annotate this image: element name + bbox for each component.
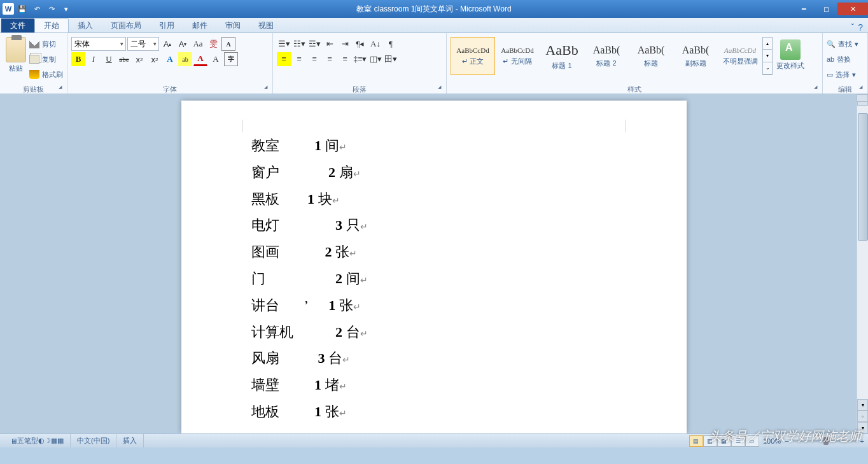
tab-home[interactable]: 开始 [34, 18, 69, 32]
minimize-ribbon-button[interactable]: ˇ [851, 22, 855, 32]
scroll-down-button[interactable]: ▾ [857, 399, 868, 411]
qat-redo-button[interactable]: ↷ [45, 3, 58, 15]
group-paragraph: ☰▾ ☷▾ ☲▾ ⇤ ⇥ ¶◂ A↓ ¶ ≡ ≡ ≡ ≡ ≡ ‡≡▾ ◫▾ 田▾… [273, 33, 447, 94]
font-size-combo[interactable]: 二号 [127, 37, 159, 51]
multilevel-button[interactable]: ☲▾ [307, 37, 321, 51]
align-right-button[interactable]: ≡ [307, 52, 321, 66]
document-line[interactable]: 风扇 3 台↵ [251, 345, 617, 372]
style-1[interactable]: AaBbCcDd↵ 无间隔 [495, 37, 540, 75]
clear-format-button[interactable]: 雯 [206, 37, 220, 51]
strike-button[interactable]: abe [117, 52, 131, 66]
char-shading-button[interactable]: A [209, 52, 223, 66]
tab-references[interactable]: 引用 [150, 18, 183, 32]
style-4[interactable]: AaBb(标题 [629, 37, 673, 75]
document-line[interactable]: 窗户 2 扇↵ [251, 159, 617, 186]
document-line[interactable]: 黑板 1 块↵ [251, 186, 617, 213]
split-handle[interactable] [857, 94, 868, 102]
numbering-button[interactable]: ☷▾ [292, 37, 306, 51]
decrease-indent-button[interactable]: ⇤ [323, 37, 337, 51]
document-line[interactable]: 图画 2 张↵ [251, 239, 617, 265]
word-icon[interactable]: W [3, 3, 14, 15]
file-tab[interactable]: 文件 [1, 18, 34, 32]
group-font: 宋体 二号 A▴ A▾ Aa 雯 A B I U abe x2 x2 A ab … [67, 33, 273, 94]
superscript-button[interactable]: x2 [148, 52, 162, 66]
increase-indent-button[interactable]: ⇥ [338, 37, 352, 51]
qat-undo-button[interactable]: ↶ [31, 3, 43, 15]
change-case-button[interactable]: Aa [191, 37, 205, 51]
tab-view[interactable]: 视图 [249, 18, 283, 32]
maximize-button[interactable]: ◻ [815, 3, 837, 15]
show-marks-button[interactable]: ¶ [384, 37, 398, 51]
change-styles-button[interactable]: 更改样式 [776, 37, 804, 83]
grow-font-button[interactable]: A▴ [160, 37, 174, 51]
replace-button[interactable]: ab替换 [827, 52, 864, 66]
underline-button[interactable]: U [102, 52, 116, 66]
document-line[interactable]: 讲台 ’ 1 张↵ [251, 292, 617, 319]
document-line[interactable]: 地板 1 张↵ [251, 398, 617, 425]
enclose-char-button[interactable]: 字 [224, 52, 238, 66]
line-spacing-button[interactable]: ‡≡▾ [353, 52, 367, 66]
shrink-font-button[interactable]: A▾ [176, 37, 190, 51]
format-painter-button[interactable]: 格式刷 [29, 67, 63, 81]
tab-mailings[interactable]: 邮件 [183, 18, 216, 32]
style-5[interactable]: AaBb(副标题 [673, 37, 718, 75]
bold-button[interactable]: B [71, 52, 85, 66]
document-line[interactable]: 电灯 3 只↵ [251, 212, 617, 239]
style-6[interactable]: AaBbCcDd不明显强调 [718, 37, 762, 75]
char-border-button[interactable]: A [221, 37, 235, 51]
text-effects-button[interactable]: A [163, 52, 177, 66]
align-center-button[interactable]: ≡ [292, 52, 306, 66]
style-0[interactable]: AaBbCcDd↵ 正文 [451, 37, 495, 75]
ribbon-help: ˇ ? [851, 22, 868, 32]
scroll-thumb[interactable] [858, 113, 868, 241]
document-line[interactable]: 墙壁 1 堵↵ [251, 372, 617, 398]
select-icon: ▭ [827, 71, 833, 79]
ltr-button[interactable]: ¶◂ [353, 37, 367, 51]
brush-label: 格式刷 [42, 70, 63, 80]
style-3[interactable]: AaBb(标题 2 [584, 37, 629, 75]
shading-button[interactable]: ◫▾ [368, 52, 382, 66]
font-name-combo[interactable]: 宋体 [71, 37, 126, 51]
select-button[interactable]: ▭选择 ▾ [827, 67, 864, 81]
cut-button[interactable]: 剪切 [29, 37, 63, 51]
group-clipboard: 粘贴 剪切 复制 格式刷 剪贴板 [0, 33, 67, 94]
minimize-button[interactable]: ━ [793, 3, 815, 15]
group-font-label: 字体 [71, 83, 269, 94]
print-layout-view-button[interactable]: ▤ [689, 435, 703, 447]
close-button[interactable]: ✕ [837, 3, 868, 15]
document-page[interactable]: 教室 1 间↵窗户 2 扇↵黑板 1 块↵电灯 3 只↵图画 2 张↵门 2 间… [181, 101, 687, 433]
styles-nav[interactable]: ▴▾⌄ [762, 37, 773, 75]
find-button[interactable]: 🔍查找 ▾ [827, 37, 864, 51]
ribbon-tabs: 文件 开始 插入 页面布局 引用 邮件 审阅 视图 ˇ ? [0, 18, 868, 33]
align-left-button[interactable]: ≡ [277, 52, 291, 66]
bullets-button[interactable]: ☰▾ [277, 37, 291, 51]
qat-customize-button[interactable]: ▾ [60, 3, 73, 15]
highlight-button[interactable]: ab [178, 52, 192, 66]
ime-indicator[interactable]: 🖥 五笔型 ◐☽▦▦ [4, 434, 71, 447]
cut-icon [29, 39, 39, 48]
copy-button[interactable]: 复制 [29, 52, 63, 66]
sort-button[interactable]: A↓ [368, 37, 382, 51]
tab-insert[interactable]: 插入 [69, 18, 102, 32]
document-line[interactable]: 教室 1 间↵ [251, 132, 617, 159]
borders-button[interactable]: 田▾ [384, 52, 398, 66]
tab-review[interactable]: 审阅 [216, 18, 249, 32]
vertical-scrollbar[interactable]: ▴ ▾ ◦ ▾ [857, 94, 868, 433]
help-button[interactable]: ? [858, 22, 863, 32]
style-2[interactable]: AaBb标题 1 [540, 37, 584, 75]
tab-layout[interactable]: 页面布局 [102, 18, 150, 32]
prev-page-button[interactable]: ◦ [857, 411, 868, 422]
italic-button[interactable]: I [87, 52, 101, 66]
align-justify-button[interactable]: ≡ [323, 52, 337, 66]
paste-button[interactable]: 粘贴 [4, 34, 28, 83]
font-color-button[interactable]: A [193, 52, 207, 66]
language-indicator[interactable]: 中文(中国) [71, 434, 116, 447]
insert-mode-indicator[interactable]: 插入 [116, 434, 144, 447]
margin-corner-tr [613, 120, 626, 132]
subscript-button[interactable]: x2 [132, 52, 146, 66]
document-line[interactable]: 门 2 间↵ [251, 265, 617, 292]
qat-save-button[interactable]: 💾 [16, 3, 29, 15]
align-distribute-button[interactable]: ≡ [338, 52, 352, 66]
copy-label: 复制 [42, 55, 56, 64]
document-line[interactable]: 计算机 2 台↵ [251, 319, 617, 346]
